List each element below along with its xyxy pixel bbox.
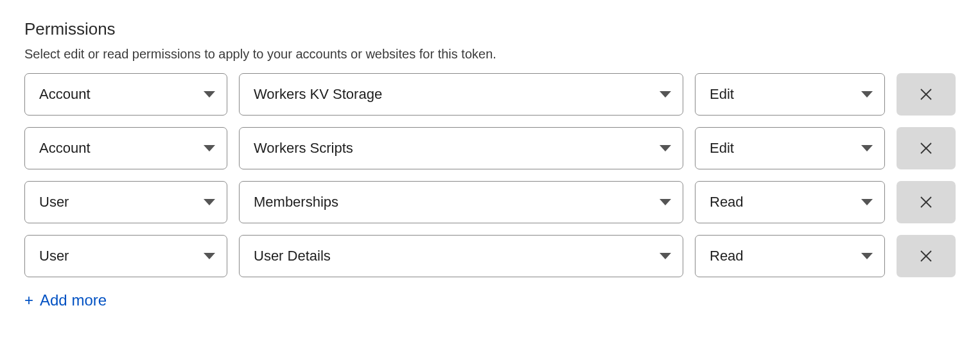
scope-select[interactable]: User	[24, 235, 227, 277]
remove-button[interactable]	[897, 181, 956, 223]
access-select[interactable]: Read	[695, 181, 885, 223]
chevron-down-icon	[660, 253, 671, 259]
section-description: Select edit or read permissions to apply…	[24, 47, 956, 62]
add-more-label: Add more	[40, 291, 107, 309]
chevron-down-icon	[660, 199, 671, 205]
access-select[interactable]: Read	[695, 235, 885, 277]
chevron-down-icon	[861, 253, 873, 259]
scope-select[interactable]: User	[24, 181, 227, 223]
access-label: Read	[710, 194, 744, 211]
close-icon	[918, 87, 934, 102]
close-icon	[918, 141, 934, 156]
remove-button[interactable]	[897, 235, 956, 277]
scope-label: User	[39, 194, 69, 211]
add-more-button[interactable]: + Add more	[24, 291, 107, 309]
scope-label: Account	[39, 86, 91, 103]
resource-label: User Details	[254, 248, 331, 264]
scope-label: User	[39, 248, 69, 264]
permission-row: User User Details Read	[24, 235, 956, 277]
plus-icon: +	[24, 293, 33, 308]
page-title: Permissions	[24, 19, 956, 39]
resource-select[interactable]: User Details	[239, 235, 683, 277]
close-icon	[918, 248, 934, 264]
chevron-down-icon	[204, 253, 215, 259]
permission-row: Account Workers Scripts Edit	[24, 127, 956, 169]
access-label: Edit	[710, 86, 734, 103]
chevron-down-icon	[660, 91, 671, 98]
chevron-down-icon	[204, 145, 215, 151]
remove-button[interactable]	[897, 73, 956, 116]
chevron-down-icon	[204, 199, 215, 205]
chevron-down-icon	[204, 91, 215, 98]
scope-select[interactable]: Account	[24, 127, 227, 169]
access-select[interactable]: Edit	[695, 73, 885, 116]
close-icon	[918, 194, 934, 210]
resource-label: Memberships	[254, 194, 338, 211]
scope-select[interactable]: Account	[24, 73, 227, 116]
permission-row: User Memberships Read	[24, 181, 956, 223]
resource-select[interactable]: Workers KV Storage	[239, 73, 683, 116]
scope-label: Account	[39, 140, 91, 157]
resource-label: Workers KV Storage	[254, 86, 382, 103]
permissions-list: Account Workers KV Storage Edit Account …	[24, 73, 956, 277]
resource-select[interactable]: Workers Scripts	[239, 127, 683, 169]
remove-button[interactable]	[897, 127, 956, 169]
access-select[interactable]: Edit	[695, 127, 885, 169]
chevron-down-icon	[861, 199, 873, 205]
chevron-down-icon	[660, 145, 671, 151]
permission-row: Account Workers KV Storage Edit	[24, 73, 956, 116]
resource-select[interactable]: Memberships	[239, 181, 683, 223]
access-label: Edit	[710, 140, 734, 157]
access-label: Read	[710, 248, 744, 264]
chevron-down-icon	[861, 91, 873, 98]
resource-label: Workers Scripts	[254, 140, 353, 157]
chevron-down-icon	[861, 145, 873, 151]
